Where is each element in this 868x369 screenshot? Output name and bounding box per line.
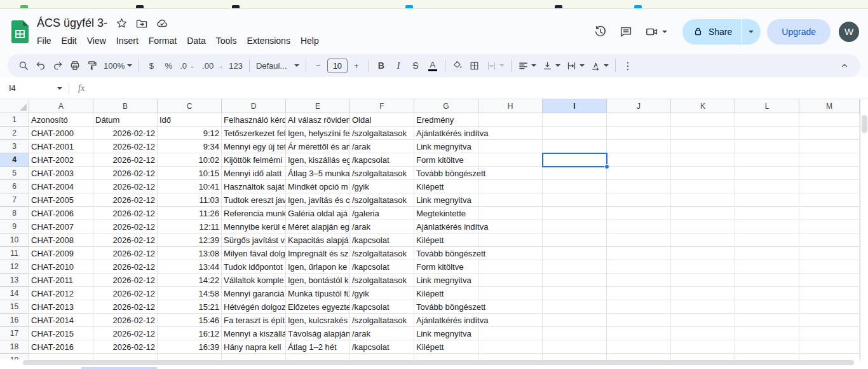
- cell-F1[interactable]: Oldal: [350, 113, 414, 127]
- cell-J10[interactable]: [607, 233, 671, 247]
- cell-I3[interactable]: [543, 140, 607, 153]
- cell-B15[interactable]: 2026-02-12: [93, 300, 158, 314]
- cell-D9[interactable]: Mennyibe kerül e: [222, 220, 286, 233]
- cell-C8[interactable]: 11:26: [158, 207, 222, 220]
- cell-D5[interactable]: Mennyi idő alatt: [222, 167, 286, 180]
- cell-H18[interactable]: [478, 340, 543, 354]
- cell-D18[interactable]: Hány napra kell: [222, 340, 286, 354]
- cell-K3[interactable]: [671, 140, 735, 153]
- cell-A7[interactable]: CHAT-2005: [29, 193, 93, 207]
- cell-L15[interactable]: [735, 300, 799, 314]
- formula-input[interactable]: [85, 78, 868, 99]
- cell-L8[interactable]: [735, 207, 799, 220]
- cell-E12[interactable]: Igen, űrlapon ke: [286, 260, 350, 274]
- row-header-13[interactable]: 13: [0, 274, 29, 287]
- row-header-11[interactable]: 11: [0, 247, 29, 260]
- more-toolbar-options-button[interactable]: ⋮: [620, 57, 636, 74]
- cell-A16[interactable]: CHAT-2014: [29, 314, 93, 327]
- cell-A4[interactable]: CHAT-2002: [29, 153, 93, 167]
- cell-G6[interactable]: Kilépett: [414, 180, 478, 193]
- sheets-logo[interactable]: [10, 19, 29, 45]
- search-button[interactable]: [15, 57, 32, 74]
- cell-H8[interactable]: [478, 207, 543, 220]
- cell-I8[interactable]: [543, 207, 607, 220]
- cell-C6[interactable]: 10:41: [158, 180, 222, 193]
- comments-icon[interactable]: [613, 19, 639, 45]
- menu-edit[interactable]: Edit: [57, 34, 82, 48]
- row-header-19[interactable]: 19: [0, 354, 29, 359]
- cell-E2[interactable]: Igen, helyszíni fel: [286, 127, 350, 140]
- cell-M16[interactable]: [799, 314, 860, 327]
- cell-E15[interactable]: Előzetes egyezte: [286, 300, 350, 314]
- cell-G9[interactable]: Ajánlatkérés indítva: [414, 220, 478, 233]
- cell-F6[interactable]: /gyik: [350, 180, 414, 193]
- cell-J15[interactable]: [607, 300, 671, 314]
- text-rotation-button[interactable]: [588, 57, 611, 74]
- cell-C18[interactable]: 16:39: [158, 340, 222, 354]
- menu-insert[interactable]: Insert: [111, 34, 144, 48]
- horizontal-scrollbar[interactable]: [0, 359, 860, 366]
- cell-H5[interactable]: [478, 167, 543, 180]
- cell-K5[interactable]: [671, 167, 735, 180]
- column-header-A[interactable]: A: [29, 99, 93, 113]
- paint-format-button[interactable]: [84, 57, 100, 74]
- cell-J4[interactable]: [607, 153, 671, 167]
- share-dropdown[interactable]: [742, 19, 761, 45]
- version-history-icon[interactable]: [588, 19, 613, 45]
- cell-D4[interactable]: Kijöttök felmérni: [222, 153, 286, 167]
- menu-tools[interactable]: Tools: [211, 34, 242, 48]
- cell-K4[interactable]: [671, 153, 735, 167]
- print-button[interactable]: [67, 57, 83, 74]
- cell-D7[interactable]: Tudtok ereszt jav: [222, 193, 286, 207]
- cell-A10[interactable]: CHAT-2008: [29, 233, 93, 247]
- cell-M17[interactable]: [799, 327, 860, 340]
- cell-G4[interactable]: Form kitöltve: [414, 153, 478, 167]
- cell-L5[interactable]: [735, 167, 799, 180]
- cell-C2[interactable]: 9:12: [158, 127, 222, 140]
- cell-C9[interactable]: 12:11: [158, 220, 222, 233]
- cell-D14[interactable]: Mennyi garanciá: [222, 287, 286, 300]
- cell-A2[interactable]: CHAT-2000: [29, 127, 93, 140]
- row-header-6[interactable]: 6: [0, 180, 29, 193]
- font-size-input[interactable]: 10: [327, 59, 348, 73]
- cell-K10[interactable]: [671, 233, 735, 247]
- column-header-H[interactable]: H: [478, 99, 543, 113]
- cell-C4[interactable]: 10:02: [158, 153, 222, 167]
- cell-D15[interactable]: Hétvégén dolgoz: [222, 300, 286, 314]
- cell-B3[interactable]: 2026-02-12: [93, 140, 158, 153]
- cell-A6[interactable]: CHAT-2004: [29, 180, 93, 193]
- column-header-G[interactable]: G: [414, 99, 478, 113]
- cell-B14[interactable]: 2026-02-12: [93, 287, 158, 300]
- cell-J8[interactable]: [607, 207, 671, 220]
- cell-H6[interactable]: [478, 180, 543, 193]
- move-folder-icon[interactable]: [135, 17, 148, 30]
- cell-L10[interactable]: [735, 233, 799, 247]
- cell-E17[interactable]: Távolság alapján: [286, 327, 350, 340]
- cell-K2[interactable]: [671, 127, 735, 140]
- column-header-F[interactable]: F: [350, 99, 414, 113]
- cell-B2[interactable]: 2026-02-12: [93, 127, 158, 140]
- row-header-17[interactable]: 17: [0, 327, 29, 340]
- cell-K17[interactable]: [671, 327, 735, 340]
- cell-K7[interactable]: [671, 193, 735, 207]
- cell-L16[interactable]: [735, 314, 799, 327]
- cell-D11[interactable]: Milyen fával dolg: [222, 247, 286, 260]
- cell-H17[interactable]: [478, 327, 543, 340]
- cell-I11[interactable]: [543, 247, 607, 260]
- cell-B4[interactable]: 2026-02-12: [93, 153, 158, 167]
- cell-E1[interactable]: AI válasz röviden: [286, 113, 350, 127]
- cell-M10[interactable]: [799, 233, 860, 247]
- row-header-8[interactable]: 8: [0, 207, 29, 220]
- cell-E13[interactable]: Igen, bontástól k: [286, 274, 350, 287]
- selected-cell-outline[interactable]: [542, 153, 607, 167]
- cell-L11[interactable]: [735, 247, 799, 260]
- cell-I15[interactable]: [543, 300, 607, 314]
- cell-L2[interactable]: [735, 127, 799, 140]
- cell-M4[interactable]: [799, 153, 860, 167]
- cell-G11[interactable]: Tovább böngészett: [414, 247, 478, 260]
- cell-A15[interactable]: CHAT-2013: [29, 300, 93, 314]
- cell-F19[interactable]: [350, 354, 414, 359]
- cell-M12[interactable]: [799, 260, 860, 274]
- cell-F2[interactable]: /szolgaltatasok: [350, 127, 414, 140]
- column-header-D[interactable]: D: [222, 99, 286, 113]
